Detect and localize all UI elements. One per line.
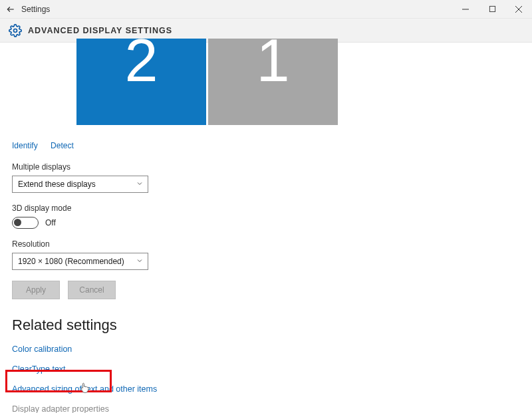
dropdown-value: 1920 × 1080 (Recommended) <box>18 257 124 266</box>
display-tile-label: 2 <box>124 39 158 90</box>
display-tile-2[interactable]: 2 <box>76 39 206 125</box>
window-title: Settings <box>21 5 50 14</box>
apply-cancel-row: Apply Cancel <box>12 281 532 299</box>
multiple-displays-label: Multiple displays <box>12 162 532 172</box>
maximize-button[interactable] <box>479 0 505 19</box>
svg-point-5 <box>14 29 17 32</box>
minimize-button[interactable] <box>452 0 479 19</box>
chevron-down-icon <box>136 257 144 267</box>
3d-display-mode-toggle[interactable] <box>12 217 39 229</box>
svg-rect-2 <box>489 6 495 11</box>
content-area: 2 1 Identify Detect Multiple displays Ex… <box>0 43 532 413</box>
back-button[interactable] <box>0 0 21 19</box>
related-settings-heading: Related settings <box>12 317 532 334</box>
display-action-links: Identify Detect <box>12 141 532 150</box>
display-tile-label: 1 <box>256 39 289 90</box>
page-title: ADVANCED DISPLAY SETTINGS <box>28 26 172 35</box>
color-calibration-link[interactable]: Color calibration <box>12 344 532 354</box>
resolution-dropdown[interactable]: 1920 × 1080 (Recommended) <box>12 253 148 270</box>
titlebar: Settings <box>0 0 532 19</box>
identify-link[interactable]: Identify <box>12 141 38 150</box>
cancel-button[interactable]: Cancel <box>68 281 116 299</box>
display-adapter-properties-link[interactable]: Display adapter properties <box>12 404 532 413</box>
cursor-icon <box>80 382 89 395</box>
advanced-sizing-link[interactable]: Advanced sizing of text and other items <box>12 384 532 394</box>
detect-link[interactable]: Detect <box>51 141 74 150</box>
apply-button[interactable]: Apply <box>12 281 60 299</box>
dropdown-value: Extend these displays <box>18 180 96 189</box>
resolution-label: Resolution <box>12 239 532 249</box>
gear-icon <box>8 23 23 38</box>
multiple-displays-dropdown[interactable]: Extend these displays <box>12 176 148 193</box>
close-button[interactable] <box>505 0 532 19</box>
display-tile-1[interactable]: 1 <box>208 39 338 125</box>
cleartype-text-link[interactable]: ClearType text <box>12 364 532 374</box>
chevron-down-icon <box>136 180 144 190</box>
display-arrangement-preview[interactable]: 2 1 <box>0 43 532 136</box>
3d-display-mode-label: 3D display mode <box>12 204 532 213</box>
3d-display-mode-state: Off <box>45 218 56 227</box>
